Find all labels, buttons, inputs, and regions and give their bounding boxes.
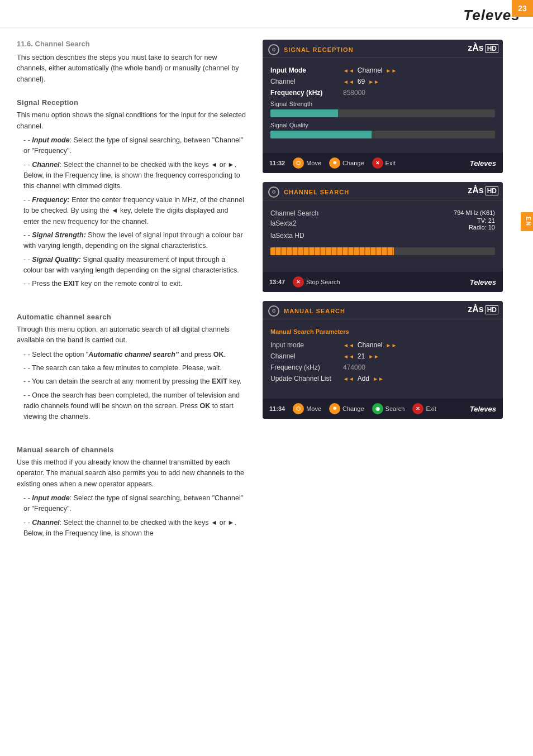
screen1-strength-label: Signal Strength [270, 101, 495, 107]
screen3-row-update: Update Channel List ◄◄ Add ►► [270, 373, 495, 384]
screen2-freq: 794 MHz (K61) [454, 209, 495, 216]
screen1-header: ⚙ SIGNAL RECEPTION [263, 40, 503, 58]
screen3-logo: Televes [470, 405, 496, 413]
zasd-badge-1: zÀsHD [468, 43, 498, 53]
manual-search-screen: zÀsHD ⚙ MANUAL SEARCH Manual Search Para… [263, 301, 503, 419]
bullet-input-mode: - Input mode: Select the type of signal … [17, 135, 246, 157]
chapter-title: 11.6. Channel Search [17, 40, 246, 48]
channel-search-screen: zÀsHD ⚙ CHANNEL SEARCH Channel Search la… [263, 182, 503, 292]
manual-bullet-1: - Input mode: Select the type of signal … [17, 493, 246, 515]
screen1-row-inputmode: Input Mode ◄◄ Channel ►► [270, 65, 495, 76]
auto-bullet-4: - Once the search has been completed, th… [17, 390, 246, 423]
screen2-channel2-label: laSexta HD [270, 232, 318, 240]
screen3-move-btn[interactable]: ⬡ Move [293, 403, 321, 414]
screen1-logo: Televes [470, 159, 496, 168]
screen2-logo: Televes [470, 278, 496, 286]
screen3-row-channel: Channel ◄◄ 21 ►► [270, 351, 495, 362]
text-column: 11.6. Channel Search This section descri… [0, 40, 257, 542]
screen1-exit-btn[interactable]: ✕ Exit [372, 157, 396, 169]
screen2-header: ⚙ CHANNEL SEARCH [263, 182, 503, 200]
screen3-row-frequency: Frequency (kHz) 474000 [270, 362, 495, 373]
screen3-search-btn[interactable]: ◉ Search [372, 403, 405, 414]
header: Televes· [0, 0, 533, 28]
screen1-title: SIGNAL RECEPTION [284, 46, 354, 53]
screen3-title: MANUAL SEARCH [284, 308, 345, 314]
screen2-channel-label: laSexta2 [270, 219, 318, 227]
auto-search-body: Through this menu option, an automatic s… [17, 324, 246, 346]
screen1-quality-label: Signal Quality [270, 122, 495, 128]
screen2-footer: 13:47 ✕ Stop Search Televes [263, 272, 503, 292]
chapter-intro: This section describes the steps you mus… [17, 52, 246, 85]
screen3-body: Manual Search Parameters Input mode ◄◄ C… [263, 323, 503, 394]
screen3-row-inputmode: Input mode ◄◄ Channel ►► [270, 339, 495, 351]
zasd-badge-3: zÀsHD [468, 304, 498, 314]
screen2-search-info: Channel Search laSexta2 laSexta HD 794 M… [270, 207, 495, 242]
screen1-row-frequency: Frequency (kHz) 858000 [270, 87, 495, 98]
signal-reception-screen: zÀsHD ⚙ SIGNAL RECEPTION Input Mode ◄◄ C… [263, 40, 503, 173]
bullet-channel: - Channel: Select the channel to be chec… [17, 160, 246, 192]
screen1-strength-bar [270, 109, 495, 117]
bullet-signal-quality: - Signal Quality: Signal quality measure… [17, 255, 246, 276]
search-label: Search [386, 405, 405, 412]
auto-search-heading: Automatic channel search [17, 313, 246, 321]
manual-search-heading: Manual search of channels [17, 446, 246, 454]
screen3-header: ⚙ MANUAL SEARCH [263, 301, 503, 319]
manual-search-body: Use this method if you already know the … [17, 457, 246, 490]
screen3-change-btn[interactable]: ❶ Change [329, 403, 364, 414]
screen1-body: Input Mode ◄◄ Channel ►► Channel ◄◄ 69 ►… [263, 61, 503, 149]
screen2-progress-bar [270, 247, 495, 255]
screen3-icon: ⚙ [268, 305, 279, 317]
auto-bullet-2: - The search can take a few minutes to c… [17, 363, 246, 374]
screen2-search-label: Channel Search [270, 209, 318, 217]
screen3-exit-btn[interactable]: ✕ Exit [412, 403, 436, 414]
auto-bullet-1: - Select the option "Automatic channel s… [17, 350, 246, 360]
screen1-row-channel: Channel ◄◄ 69 ►► [270, 76, 495, 87]
main-content: 11.6. Channel Search This section descri… [0, 28, 533, 553]
signal-reception-heading: Signal Reception [17, 98, 246, 107]
page-number: 23 [512, 0, 533, 17]
bullet-frequency: - Frequency: Enter the center frequency … [17, 195, 246, 227]
signal-reception-body: This menu option shows the signal condit… [17, 110, 246, 132]
screen3-footer: 11:34 ⬡ Move ❶ Change ◉ Search ✕ Exit Te [263, 399, 503, 419]
screen1-quality-bar [270, 131, 495, 138]
auto-bullet-3: - You can detain the search at any momen… [17, 376, 246, 387]
screen2-body: Channel Search laSexta2 laSexta HD 794 M… [263, 204, 503, 267]
bullet-signal-strength: - Signal Strength: Show the level of sig… [17, 230, 246, 252]
language-badge: EN [521, 212, 533, 231]
screen3-params-title: Manual Search Parameters [270, 328, 495, 335]
bullet-exit: - Press the EXIT key on the remote contr… [17, 279, 246, 289]
screen2-title: CHANNEL SEARCH [284, 189, 349, 195]
manual-bullet-2: - Channel: Select the channel to be chec… [17, 518, 246, 539]
screen1-change-btn[interactable]: ❶ Change [329, 157, 364, 169]
screen1-icon: ⚙ [268, 44, 279, 55]
screen2-stop-btn[interactable]: ✕ Stop Search [293, 276, 340, 288]
screen1-move-btn[interactable]: ⬡ Move [293, 157, 321, 169]
screen2-icon: ⚙ [268, 186, 279, 198]
screen1-footer: 11:32 ⬡ Move ❶ Change ✕ Exit Televes [263, 153, 503, 173]
ui-column: zÀsHD ⚙ SIGNAL RECEPTION Input Mode ◄◄ C… [257, 40, 514, 542]
zasd-badge-2: zÀsHD [468, 185, 498, 195]
